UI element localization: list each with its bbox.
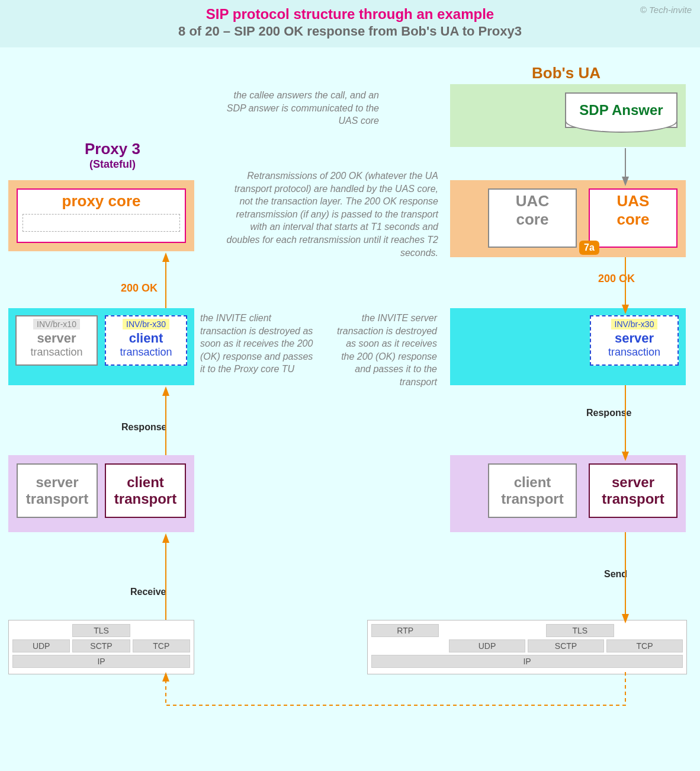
page-title: SIP protocol structure through an exampl…: [0, 6, 700, 23]
uac-core-box: UAC core: [488, 188, 577, 248]
proxy3-server-transport: server transport: [17, 463, 98, 518]
label-200ok-right: 200 OK: [598, 273, 635, 285]
dashed-placeholder: [23, 214, 180, 232]
bob-client-transport: client transport: [488, 463, 577, 518]
bob-protocol-stack: RTP TLS UDP SCTP TCP IP: [367, 620, 687, 674]
header: SIP protocol structure through an exampl…: [0, 0, 700, 47]
proxy3-client-transport: client transport: [105, 463, 186, 518]
bob-trans-block: INV/br-x30 server transaction: [450, 308, 686, 385]
note-client-trans-destroyed: the INVITE client transaction is destroy…: [200, 312, 319, 376]
proxy3-client-transaction: INV/br-x30 client transaction: [105, 315, 187, 366]
bob-server-transport: server transport: [589, 463, 677, 518]
proxy3-transport-block: server transport client transport: [8, 455, 194, 532]
proxy-core-box: proxy core: [17, 188, 186, 243]
proxy3-heading: Proxy 3 (Stateful): [53, 140, 172, 171]
sdp-answer-sheet: SDP Answer: [565, 92, 677, 128]
proxy3-trans-block: INV/br-x10 server transaction INV/br-x30…: [8, 308, 194, 385]
proxy3-protocol-stack: TLS UDPSCTPTCP IP: [8, 620, 194, 674]
step-badge-7a: 7a: [579, 241, 599, 255]
label-response-right: Response: [586, 408, 631, 418]
label-receive: Receive: [130, 587, 166, 597]
page-subtitle: 8 of 20 – SIP 200 OK response from Bob's…: [0, 24, 700, 39]
bob-ua-heading: Bob's UA: [532, 64, 601, 82]
copyright: © Tech-invite: [640, 5, 692, 15]
bob-server-transaction: INV/br-x30 server transaction: [590, 315, 679, 366]
note-retransmissions: Retransmissions of 200 OK (whatever the …: [219, 169, 438, 259]
uas-core-box: UAS core 7a: [589, 188, 677, 248]
bob-transport-block: client transport server transport: [450, 455, 686, 532]
label-response-left: Response: [121, 422, 166, 433]
note-callee-answers: the callee answers the call, and an SDP …: [213, 89, 379, 127]
bob-core-block: UAC core UAS core 7a: [450, 180, 686, 257]
note-server-trans-destroyed: the INVITE server transaction is destroy…: [330, 312, 437, 389]
label-200ok-left: 200 OK: [121, 282, 158, 295]
proxy3-core-block: proxy core: [8, 180, 194, 251]
proxy3-server-transaction: INV/br-x10 server transaction: [15, 315, 98, 366]
label-send: Send: [604, 569, 627, 580]
sdp-block: SDP Answer: [450, 84, 686, 147]
